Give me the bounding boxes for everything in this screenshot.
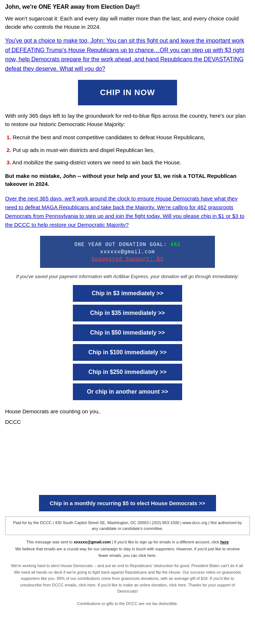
footer-here-link1[interactable]: here — [220, 540, 229, 544]
donation-suggested: Suggested Support: $3 — [47, 256, 208, 262]
list-text-1: Recruit the best and most competitive ca… — [13, 134, 205, 140]
list-text-2: Put up ads in must-win districts and dis… — [13, 147, 154, 153]
donate-35-button[interactable]: Chip in $35 immediately >> — [73, 305, 182, 321]
donate-buttons-container: Chip in $3 immediately >> Chip in $35 im… — [5, 285, 250, 400]
actblue-note: If you've saved your payment information… — [5, 273, 250, 280]
monthly-donate-button[interactable]: Chip in a monthly recurring $5 to elect … — [39, 495, 216, 511]
footer-line1: This message was sent to xxxxxx@gmail.co… — [10, 539, 245, 546]
paid-for-box: Paid for by the DCCC | 430 South Capitol… — [5, 516, 250, 535]
footer-bottom: We're working hard to elect House Democr… — [5, 563, 250, 601]
list-number-3: 3. — [7, 159, 11, 165]
closing-line1: House Democrats are counting on you, — [5, 407, 250, 416]
donate-other-button[interactable]: Or chip in another amount >> — [73, 383, 182, 400]
footer-tax: Contributions or gifts to the DCCC are n… — [5, 601, 250, 613]
chip-in-now-button[interactable]: CHIP IN NOW — [78, 80, 177, 105]
donate-100-button[interactable]: Chip in $100 immediately >> — [73, 344, 182, 361]
footer-line2: We believe that emails are a crucial way… — [10, 546, 245, 559]
donation-goal-number: 462 — [170, 242, 181, 247]
list-item-2: 2. Put up ads in must-win districts and … — [7, 146, 250, 155]
footer-sent-suffix: | If you'd like to sign up for emails in… — [111, 540, 220, 544]
intro-paragraph: We won't sugarcoat it: Each and every da… — [5, 15, 250, 31]
footer-text: This message was sent to xxxxxx@gmail.co… — [5, 539, 250, 563]
list-number-2: 2. — [7, 147, 11, 153]
call-to-action-link[interactable]: Over the next 365 days, we'll work aroun… — [5, 194, 250, 229]
intro-link[interactable]: You've got a choice to make too, John: Y… — [5, 36, 250, 73]
footer-email: xxxxxx@gmail.com — [74, 540, 111, 544]
plan-intro-text: With only 365 days left to lay the groun… — [5, 112, 250, 128]
footer-sent-prefix: This message was sent to — [26, 540, 74, 544]
numbered-list: 1. Recruit the best and most competitive… — [7, 133, 250, 167]
donate-3-button[interactable]: Chip in $3 immediately >> — [73, 285, 182, 302]
list-number-1: 1. — [7, 134, 11, 140]
donation-box: ONE YEAR OUT DONATION GOAL: 462 xxxxxx@g… — [40, 236, 215, 268]
page-title: John, we're ONE YEAR away from Election … — [5, 4, 250, 10]
donation-goal-label: ONE YEAR OUT DONATION GOAL: — [74, 242, 167, 247]
list-item-1: 1. Recruit the best and most competitive… — [7, 133, 250, 142]
list-text-3: And mobilize the swing-district voters w… — [12, 159, 181, 165]
donate-50-button[interactable]: Chip in $50 immediately >> — [73, 324, 182, 341]
bold-warning-text: But make no mistake, John -- without you… — [5, 172, 250, 188]
donation-goal-line: ONE YEAR OUT DONATION GOAL: 462 — [47, 242, 208, 247]
spacer — [5, 429, 250, 495]
donation-email: xxxxxx@gmail.com — [47, 249, 208, 255]
donate-250-button[interactable]: Chip in $250 immediately >> — [73, 364, 182, 380]
closing-name: DCCC — [5, 419, 250, 425]
list-item-3: 3. And mobilize the swing-district voter… — [7, 159, 250, 167]
